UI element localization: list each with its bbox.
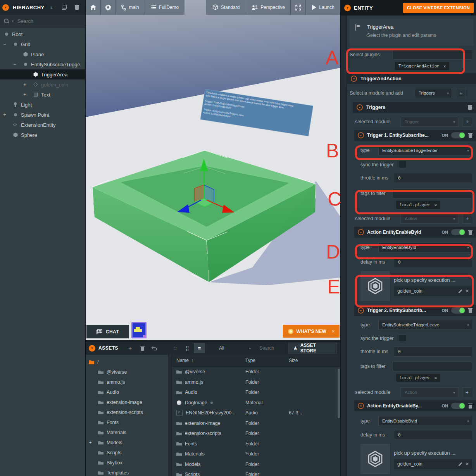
folder-tree-item[interactable]: ammo.js	[86, 377, 168, 387]
file-row[interactable]: Audio Folder	[172, 387, 340, 398]
hierarchy-tree-item[interactable]: Sphere	[0, 130, 85, 140]
tree-expander-toggle[interactable]: +	[22, 79, 28, 90]
plugin-section-header[interactable]: ▾ TriggerAndAction	[347, 73, 476, 84]
section-chevron-icon[interactable]: ▾	[358, 307, 364, 314]
trigger2-enabled-toggle[interactable]	[451, 307, 465, 314]
tree-expander-toggle[interactable]: +	[87, 438, 93, 448]
action2-target-field[interactable]: golden_coin ×	[394, 459, 472, 469]
tree-expander-toggle[interactable]	[87, 377, 93, 387]
file-row[interactable]: ammo.js Folder	[172, 377, 340, 388]
view-large-grid-button[interactable]: ⣿	[181, 343, 193, 353]
action1-delay-input[interactable]: 0	[394, 257, 472, 267]
hierarchy-tree-item[interactable]: Root	[0, 29, 85, 39]
remove-tag-icon[interactable]: ×	[443, 64, 446, 69]
tree-expander-toggle[interactable]	[2, 130, 8, 140]
delete-trigger2-icon[interactable]	[468, 308, 473, 313]
tree-expander-toggle[interactable]	[87, 428, 93, 438]
trigger2-header[interactable]: ▾ Trigger 2. EntitySubscrib... ON	[354, 305, 476, 316]
asset-store-button[interactable]: ★ ASSET STORE	[288, 343, 337, 354]
folder-tree-item[interactable]: @viverse	[86, 367, 168, 377]
file-row[interactable]: Fonts Folder	[172, 439, 340, 449]
column-size[interactable]: Size	[289, 358, 340, 363]
trigger2-type-dropdown[interactable]: EntitySubscribeTriggerLeave	[378, 320, 472, 330]
file-row[interactable]: extension-image Folder	[172, 418, 340, 429]
trigger1-sync-checkbox[interactable]	[399, 161, 406, 168]
folder-tree-item[interactable]: Fonts	[86, 417, 168, 428]
hierarchy-tree-item[interactable]: TriggerArea	[0, 69, 85, 79]
remove-tag-icon[interactable]: ×	[434, 376, 436, 380]
trigger2-throttle-input[interactable]: 0	[394, 347, 472, 357]
trigger1-enabled-toggle[interactable]	[451, 132, 465, 138]
tree-expander-toggle[interactable]: −	[12, 59, 18, 69]
trigger2-tag-chip[interactable]: local-player ×	[396, 374, 440, 382]
panel-collapse-icon[interactable]: ▾	[2, 4, 9, 11]
viewport[interactable]: This demo enables a single golden coin w…	[86, 0, 340, 340]
column-type[interactable]: Type	[245, 358, 289, 363]
add-selected-module-button[interactable]: +	[462, 214, 472, 224]
hierarchy-tree-item[interactable]: − EntitySubscribeTrigge	[0, 59, 85, 69]
folder-tree-item[interactable]: + Models	[86, 438, 168, 448]
add-module-button[interactable]: +	[456, 88, 466, 98]
folder-tree-item[interactable]: Materials	[86, 428, 168, 438]
add-selected-module-button[interactable]: +	[462, 387, 472, 397]
clear-target-icon[interactable]: ×	[466, 288, 469, 294]
trigger1-throttle-input[interactable]: 0	[394, 173, 472, 183]
chat-button[interactable]: CHAT	[86, 325, 129, 338]
hierarchy-tree-item[interactable]: + Text	[0, 90, 85, 100]
section-chevron-icon[interactable]: ▾	[351, 76, 357, 82]
scene-picker-button[interactable]: FullDemo	[145, 0, 185, 15]
action2-header[interactable]: ▾ Action EntityDisableBy... ON	[354, 400, 476, 411]
entity-panel-scroll-gutter[interactable]	[341, 16, 347, 476]
folder-tree-item[interactable]: Audio	[86, 387, 168, 397]
selected-module-dropdown[interactable]: Trigger	[401, 117, 458, 127]
folder-tree-item[interactable]: Skybox	[86, 458, 168, 468]
action2-enabled-toggle[interactable]	[451, 403, 465, 409]
edit-pencil-icon[interactable]	[458, 289, 463, 294]
section-chevron-icon[interactable]: ▾	[358, 403, 364, 409]
extension-app-icon[interactable]	[131, 322, 147, 338]
action1-header[interactable]: ▾ Action EntityEnableById ON	[354, 227, 476, 238]
hierarchy-tree-item[interactable]: − Grid	[0, 39, 85, 49]
action2-delay-input[interactable]: 0	[394, 430, 472, 440]
tree-expander-toggle[interactable]: −	[2, 39, 8, 49]
delete-asset-button[interactable]	[136, 343, 148, 353]
tree-expander-toggle[interactable]	[87, 417, 93, 428]
file-row[interactable]: extension-scripts Folder	[172, 428, 340, 439]
tree-expander-toggle[interactable]	[87, 397, 93, 407]
tree-expander-toggle[interactable]	[87, 448, 93, 458]
view-list-button[interactable]: ≡	[194, 343, 205, 353]
tree-expander-toggle[interactable]	[87, 468, 93, 476]
file-row[interactable]: ENGINE20Heavy200... Audio 67.3...	[172, 408, 340, 418]
trigger2-sync-checkbox[interactable]	[399, 335, 406, 342]
trigger1-type-dropdown[interactable]: EntitySubscribeTriggerEnter	[378, 145, 472, 155]
add-asset-button[interactable]: +	[124, 343, 136, 353]
select-plugins-input[interactable]	[392, 50, 473, 60]
trigger2-tags-input[interactable]	[393, 361, 472, 371]
folder-tree-item[interactable]: extension-image	[86, 397, 168, 407]
panel-collapse-icon[interactable]: ▾	[344, 5, 351, 11]
folder-tree-item[interactable]: Templates	[86, 468, 168, 476]
tree-expander-toggle[interactable]	[2, 100, 8, 110]
view-small-grid-button[interactable]: ∷	[169, 343, 181, 353]
file-list-scrollbar[interactable]	[338, 369, 340, 418]
branch-button[interactable]: main	[116, 0, 145, 15]
clear-target-icon[interactable]: ×	[466, 461, 469, 467]
folder-tree-item[interactable]: extension-scripts	[86, 407, 168, 417]
launch-button[interactable]: Launch	[305, 0, 340, 15]
tree-expander-toggle[interactable]: +	[2, 110, 8, 120]
tree-expander-toggle[interactable]	[2, 120, 8, 130]
action1-type-dropdown[interactable]: EntityEnableById	[378, 242, 472, 252]
close-viverse-extension-button[interactable]: CLOSE VIVERSE EXTENSION	[403, 3, 474, 13]
assets-search-input[interactable]	[259, 345, 287, 351]
trigger1-header[interactable]: ▾ Trigger 1. EntitySubscribe... ON	[354, 130, 476, 141]
home-button[interactable]	[86, 0, 100, 15]
action2-type-dropdown[interactable]: EntityDisableById	[378, 416, 472, 426]
action1-target-field[interactable]: golden_coin ×	[394, 286, 472, 296]
add-entity-button[interactable]: +	[46, 2, 57, 12]
folder-tree-item[interactable]: Scripts	[86, 448, 168, 458]
panel-collapse-icon[interactable]: ▾	[89, 345, 95, 352]
search-filter-chevron-icon[interactable]: ▾	[12, 19, 14, 23]
hierarchy-tree-item[interactable]: + golden_coin	[0, 79, 85, 90]
remove-tag-icon[interactable]: ×	[434, 203, 436, 207]
tree-expander-toggle[interactable]	[87, 367, 93, 377]
